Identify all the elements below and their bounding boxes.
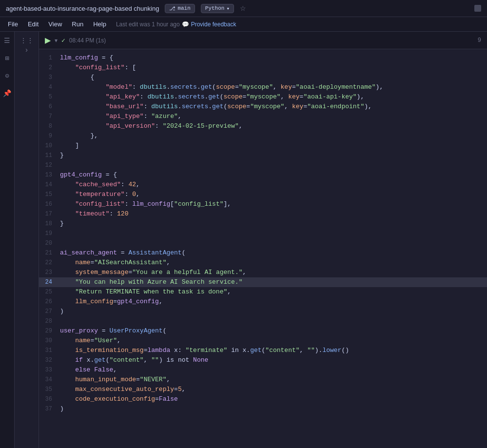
- code-line: 7 "api_type": "azure",: [39, 112, 487, 121]
- code-line: 20: [39, 238, 487, 248]
- last-edit-timestamp: Last edit was 1 hour ago: [116, 21, 180, 28]
- code-line: 29 user_proxy = UserProxyAgent(: [39, 326, 487, 336]
- menu-view[interactable]: View: [44, 19, 66, 30]
- menu-edit[interactable]: Edit: [24, 19, 42, 30]
- code-line: 5 "api_key": dbutils.secrets.get(scope="…: [39, 92, 487, 102]
- sidebar-collapse[interactable]: ⋮⋮: [22, 36, 32, 45]
- code-line: 15 "temperature": 0,: [39, 190, 487, 199]
- language-selector[interactable]: Python ▾: [201, 4, 234, 13]
- code-line: 10 ]: [39, 141, 487, 151]
- code-line: 34 human_input_mode="NEVER",: [39, 375, 487, 385]
- code-line: 13 gpt4_config = {: [39, 170, 487, 180]
- code-line: 4 "model": dbutils.secrets.get(scope="my…: [39, 82, 487, 92]
- branch-name: main: [177, 5, 190, 11]
- code-line-active: 24 "You can help with Azure AI Search se…: [39, 277, 487, 287]
- menu-run[interactable]: Run: [68, 19, 87, 30]
- activity-explorer[interactable]: ☰: [2, 36, 12, 45]
- star-button[interactable]: ☆: [240, 4, 246, 12]
- code-line: 36 code_execution_config=False: [39, 394, 487, 404]
- code-line: 25 "Return TERMINATE when the task is do…: [39, 287, 487, 297]
- code-line: 30 name="User",: [39, 336, 487, 346]
- code-line: 33 else False,: [39, 365, 487, 375]
- code-line: 21 ai_search_agent = AssistantAgent(: [39, 248, 487, 258]
- code-line: 1 llm_config = {: [39, 53, 487, 63]
- settings-panel: [474, 5, 481, 12]
- code-line: 8 "api_version": "2024-02-15-preview",: [39, 121, 487, 131]
- menu-file[interactable]: File: [4, 19, 22, 30]
- code-line: 12: [39, 160, 487, 170]
- title-bar: agent-based-auto-insurance-rag-page-base…: [0, 0, 487, 17]
- code-line: 11 }: [39, 151, 487, 160]
- cell-toolbar: ▶ ▾ ✓ 08:44 PM (1s) 9: [39, 32, 487, 49]
- code-line: 17 "timeout": 120: [39, 209, 487, 219]
- code-line: 35 max_consecutive_auto_reply=5,: [39, 385, 487, 394]
- editor-area: ▶ ▾ ✓ 08:44 PM (1s) 9 1 llm_config = { 2…: [39, 32, 487, 448]
- code-editor[interactable]: 1 llm_config = { 2 "config_list": [ 3 { …: [39, 49, 487, 448]
- execution-success-icon: ✓: [61, 37, 65, 44]
- code-line: 31 is_termination_msg=lambda x: "termina…: [39, 346, 487, 355]
- cell-number: 9: [478, 37, 481, 44]
- feedback-label: Provide feedback: [191, 21, 236, 28]
- menu-help[interactable]: Help: [89, 19, 110, 30]
- code-line: 37 ): [39, 404, 487, 414]
- cell-dropdown-button[interactable]: ▾: [55, 37, 58, 44]
- code-line: 27 ): [39, 307, 487, 316]
- menu-bar: File Edit View Run Help Last edit was 1 …: [0, 17, 487, 32]
- code-line: 32 if x.get("content", "") is not None: [39, 355, 487, 365]
- branch-badge[interactable]: ⎇ main: [165, 4, 195, 13]
- code-line: 3 {: [39, 73, 487, 82]
- code-line: 28: [39, 316, 487, 326]
- activity-bar: ☰ ⊞ ⊙ 📌: [0, 32, 15, 448]
- code-line: 22 name="AISearchAssistant",: [39, 258, 487, 268]
- execution-time: 08:44 PM (1s): [69, 37, 106, 44]
- code-line: 16 "config_list": llm_config["config_lis…: [39, 199, 487, 209]
- code-line: 18 }: [39, 219, 487, 229]
- code-line: 6 "base_url": dbutils.secrets.get(scope=…: [39, 102, 487, 112]
- code-line: 2 "config_list": [: [39, 63, 487, 73]
- activity-grid[interactable]: ⊞: [2, 53, 12, 63]
- code-line: 26 llm_config=gpt4_config,: [39, 297, 487, 307]
- notebook-title: agent-based-auto-insurance-rag-page-base…: [6, 5, 159, 12]
- branch-icon: ⎇: [169, 5, 175, 12]
- activity-source-control[interactable]: ⊙: [2, 71, 12, 80]
- code-line: 9 },: [39, 131, 487, 141]
- main-layout: ☰ ⊞ ⊙ 📌 ⋮⋮ › ▶ ▾ ✓ 08:44 PM (1s) 9 1 llm…: [0, 32, 487, 448]
- run-cell-button[interactable]: ▶: [45, 36, 51, 45]
- lang-dropdown-icon: ▾: [226, 5, 230, 12]
- feedback-icon: 💬: [182, 21, 189, 28]
- provide-feedback-link[interactable]: 💬 Provide feedback: [182, 21, 236, 28]
- language-name: Python: [205, 5, 225, 11]
- code-line: 23 system_message="You are a helpful AI …: [39, 268, 487, 277]
- code-line: 19: [39, 229, 487, 238]
- sidebar-chevron[interactable]: ›: [22, 45, 32, 55]
- code-line: 14 "cache_seed": 42,: [39, 180, 487, 190]
- sidebar: ⋮⋮ ›: [15, 32, 39, 448]
- activity-pin[interactable]: 📌: [2, 88, 12, 98]
